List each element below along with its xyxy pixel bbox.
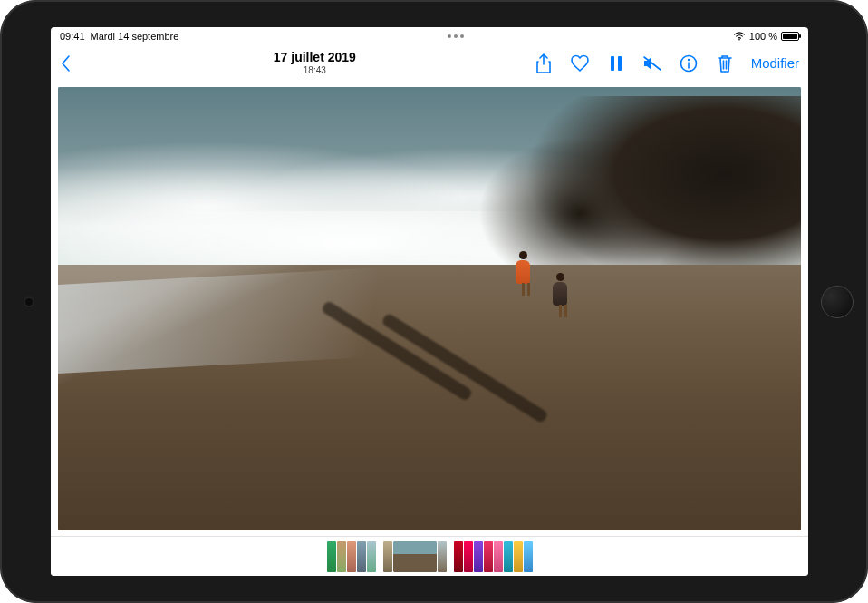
thumbnail[interactable] — [438, 541, 447, 572]
thumbnail[interactable] — [347, 541, 356, 572]
edit-button[interactable]: Modifier — [751, 55, 799, 71]
back-button[interactable] — [60, 54, 72, 73]
favorite-button[interactable] — [570, 53, 590, 73]
thumbnail[interactable] — [454, 541, 463, 572]
thumbnail-strip[interactable] — [51, 536, 808, 576]
chevron-left-icon — [60, 54, 72, 73]
thumbnail[interactable] — [464, 541, 473, 572]
thumbnail[interactable] — [514, 541, 523, 572]
thumbnail[interactable] — [504, 541, 513, 572]
status-bar: 09:41 Mardi 14 septembre 100 % — [51, 27, 808, 45]
svg-rect-1 — [611, 56, 614, 71]
battery-percent: 100 % — [749, 31, 777, 42]
delete-button[interactable] — [715, 53, 735, 73]
mute-button[interactable] — [642, 53, 662, 73]
thumbnail[interactable] — [337, 541, 346, 572]
photo-title: 17 juillet 2019 18:43 — [96, 51, 534, 74]
front-camera — [25, 298, 33, 306]
home-button[interactable] — [821, 286, 854, 318]
share-button[interactable] — [534, 53, 554, 73]
svg-rect-2 — [618, 56, 622, 71]
thumbnail[interactable] — [327, 541, 336, 572]
thumbnail[interactable] — [494, 541, 503, 572]
status-date: Mardi 14 septembre — [91, 31, 179, 42]
thumbnail[interactable] — [383, 541, 392, 572]
multitasking-dots[interactable] — [178, 34, 732, 38]
speaker-muted-icon — [642, 55, 662, 72]
wifi-icon — [733, 32, 746, 41]
status-time: 09:41 — [60, 31, 85, 42]
screen: 09:41 Mardi 14 septembre 100 % — [51, 27, 808, 576]
photo-content — [58, 87, 800, 530]
pause-icon — [610, 55, 622, 72]
navigation-bar: 17 juillet 2019 18:43 — [51, 45, 808, 82]
heart-icon — [570, 54, 590, 73]
info-icon — [680, 54, 698, 73]
share-icon — [535, 53, 552, 73]
trash-icon — [717, 54, 733, 73]
info-button[interactable] — [679, 53, 699, 73]
svg-point-4 — [687, 58, 689, 60]
thumbnail[interactable] — [484, 541, 493, 572]
thumbnail[interactable] — [524, 541, 533, 572]
thumbnail[interactable] — [357, 541, 366, 572]
thumbnail[interactable] — [474, 541, 483, 572]
thumbnail-current[interactable] — [393, 541, 437, 572]
photo-date: 17 juillet 2019 — [96, 51, 534, 64]
svg-point-0 — [738, 39, 740, 41]
photo-time: 18:43 — [96, 65, 534, 75]
photo-viewer[interactable] — [51, 82, 808, 536]
thumbnail[interactable] — [367, 541, 376, 572]
pause-button[interactable] — [606, 53, 626, 73]
battery-icon — [781, 32, 799, 41]
ipad-device-frame: 09:41 Mardi 14 septembre 100 % — [0, 0, 868, 603]
